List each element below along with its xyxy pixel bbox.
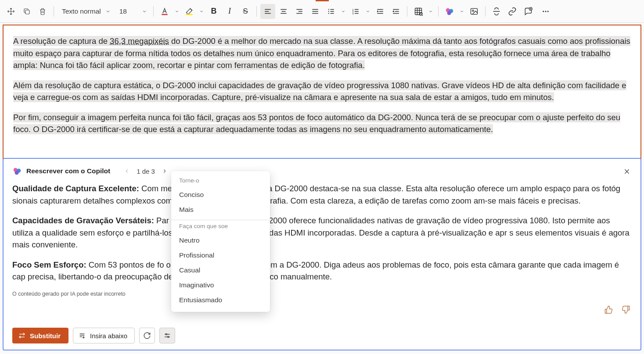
copilot-logo-icon — [12, 166, 22, 176]
svg-point-52 — [547, 11, 549, 12]
copilot-icon[interactable] — [442, 4, 457, 19]
tone-menu-section-header: Torne-o — [171, 177, 270, 187]
font-color-dropdown[interactable] — [173, 4, 181, 19]
bold-icon[interactable]: B — [206, 4, 221, 19]
insert-below-icon — [79, 332, 86, 339]
thumbs-down-icon[interactable] — [620, 304, 632, 315]
svg-point-43 — [447, 11, 451, 15]
paragraph-text: A resolução de captura de — [13, 36, 110, 46]
suggestion-heading: Qualidade de Captura Excelente: — [12, 184, 139, 193]
numbered-list-dropdown[interactable] — [364, 4, 372, 19]
svg-point-55 — [15, 171, 19, 175]
suggestion-text: Com 53 pontos de fo o momento perfeito é… — [12, 260, 619, 282]
bullet-list-dropdown[interactable] — [339, 4, 347, 19]
indent-increase-icon[interactable] — [373, 4, 388, 19]
paragraph-text: Por fim, conseguir a imagem perfeita nun… — [13, 112, 620, 135]
svg-rect-0 — [25, 10, 29, 14]
highlight-icon[interactable] — [182, 4, 197, 19]
svg-point-51 — [545, 11, 546, 12]
suggestion-paragraph: Qualidade de Captura Excelente: Com mega… — [12, 182, 632, 207]
tone-option-casual[interactable]: Casual — [171, 263, 270, 278]
tone-option-neutral[interactable]: Neutro — [171, 233, 270, 248]
style-select-value: Texto normal — [62, 7, 101, 15]
tone-adjust-button[interactable] — [159, 328, 175, 343]
svg-point-66 — [168, 336, 169, 338]
insert-below-button[interactable]: Insira abaixo — [73, 328, 135, 343]
strikethrough-s-icon[interactable] — [489, 4, 504, 19]
insert-below-button-label: Insira abaixo — [90, 332, 127, 340]
svg-point-17 — [328, 13, 329, 14]
pager-next-icon[interactable] — [159, 166, 170, 176]
highlight-dropdown[interactable] — [198, 4, 205, 19]
svg-point-15 — [328, 9, 329, 10]
tone-menu-section-header: Faça com que soe — [171, 223, 270, 233]
replace-button-label: Substituir — [30, 332, 61, 340]
sliders-icon — [163, 332, 171, 340]
tone-option-imaginative[interactable]: Imaginativo — [171, 278, 270, 293]
pager-prev-icon[interactable] — [122, 166, 132, 176]
svg-text:3: 3 — [352, 12, 353, 14]
font-color-icon[interactable] — [157, 4, 172, 19]
panel-title: Reescrever com o Copilot — [26, 167, 110, 175]
suggestion-paragraph: Foco Sem Esforço: Com 53 pontos de fo o … — [12, 259, 632, 283]
document-paragraph[interactable]: Por fim, conseguir a imagem perfeita nun… — [13, 111, 631, 136]
copilot-rewrite-panel: Reescrever com o Copilot 1 de 3 Qualidad… — [3, 158, 641, 350]
strikethrough-icon[interactable]: S — [238, 4, 253, 19]
ai-disclaimer: O conteúdo gerado por IA pode estar inco… — [12, 291, 632, 297]
copy-icon[interactable] — [19, 4, 34, 19]
rewrite-suggestion-body: Qualidade de Captura Excelente: Com mega… — [12, 182, 632, 283]
document-canvas[interactable]: A resolução de captura de 36,3 megapixéi… — [3, 25, 641, 161]
document-paragraph[interactable]: A resolução de captura de 36,3 megapixéi… — [13, 35, 631, 72]
formatting-toolbar: Texto normal 18 B I S 123 — [0, 0, 644, 23]
comment-icon[interactable] — [521, 4, 536, 19]
table-dropdown[interactable] — [427, 4, 435, 19]
style-select[interactable]: Texto normal — [58, 4, 113, 19]
link-icon[interactable] — [505, 4, 520, 19]
move-icon[interactable] — [4, 4, 18, 19]
align-right-icon[interactable] — [292, 4, 307, 19]
font-size-value: 18 — [119, 7, 127, 15]
bullet-list-icon[interactable] — [324, 4, 338, 19]
svg-point-16 — [328, 11, 329, 11]
delete-icon[interactable] — [35, 4, 50, 19]
pager-label: 1 de 3 — [137, 168, 155, 175]
tone-option-concise[interactable]: Conciso — [171, 187, 270, 202]
copilot-dropdown[interactable] — [458, 4, 466, 19]
font-size-select[interactable]: 18 — [114, 4, 150, 19]
align-left-icon[interactable] — [260, 4, 275, 19]
paragraph-text: Além da resolução de captura estática, o… — [13, 80, 626, 103]
suggestion-paragraph: Capacidades de Gravação Versáteis: Par d… — [12, 215, 632, 251]
overflow-menu-icon[interactable] — [538, 4, 553, 19]
svg-point-50 — [543, 11, 544, 12]
svg-point-64 — [165, 334, 167, 335]
indent-decrease-icon[interactable] — [389, 4, 403, 19]
menu-separator — [171, 220, 270, 220]
replace-icon — [18, 332, 25, 339]
replace-button[interactable]: Substituir — [12, 328, 68, 343]
svg-rect-1 — [162, 14, 167, 15]
document-paragraph[interactable]: Além da resolução de captura estática, o… — [13, 79, 631, 104]
align-justify-icon[interactable] — [308, 4, 323, 19]
close-panel-button[interactable] — [620, 165, 633, 178]
align-center-icon[interactable] — [276, 4, 291, 19]
numbered-list-icon[interactable]: 123 — [348, 4, 363, 19]
suggestion-heading: Capacidades de Gravação Versáteis: — [12, 216, 154, 225]
tone-option-more[interactable]: Mais — [171, 202, 270, 217]
refresh-icon — [143, 332, 151, 340]
svg-point-45 — [472, 10, 474, 11]
svg-rect-44 — [471, 8, 477, 14]
tone-menu: Torne-o Conciso Mais Faça com que soe Ne… — [171, 171, 270, 312]
megapixels-link[interactable]: 36,3 megapixéis — [110, 36, 169, 46]
thumbs-up-icon[interactable] — [603, 304, 614, 315]
tone-option-enthusiastic[interactable]: Entusiasmado — [171, 293, 270, 308]
italic-icon[interactable]: I — [222, 4, 237, 19]
image-icon[interactable] — [467, 4, 482, 19]
table-icon[interactable] — [411, 4, 426, 19]
tone-option-professional[interactable]: Profissional — [171, 248, 270, 263]
svg-rect-2 — [186, 14, 192, 15]
suggestion-heading: Foco Sem Esforço: — [12, 260, 86, 269]
regenerate-button[interactable] — [139, 328, 155, 343]
